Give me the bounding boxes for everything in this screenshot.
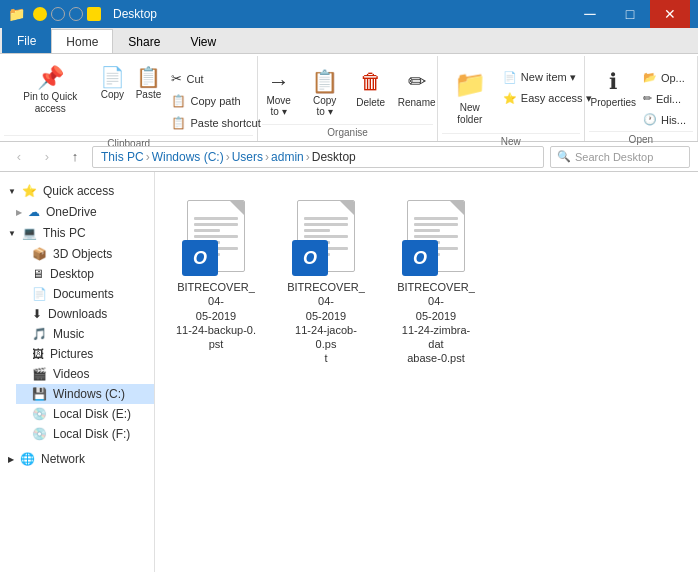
new-item-icon: 📄 — [503, 71, 517, 84]
move-label: Move — [266, 95, 290, 106]
downloads-icon: ⬇ — [32, 307, 42, 321]
restore-button[interactable]: □ — [610, 0, 650, 28]
paste-label: Paste — [136, 89, 162, 100]
copy-to-button[interactable]: 📋 Copy to ▾ — [303, 64, 347, 122]
history-button[interactable]: 🕐 His... — [638, 110, 691, 129]
title-bar: 📁 Desktop ─ □ ✕ — [0, 0, 698, 28]
path-users[interactable]: Users — [232, 150, 263, 164]
new-folder-icon: 📁 — [454, 69, 486, 100]
ribbon-group-clipboard: 📌 Pin to Quick access 📄 Copy 📋 Paste ✂ C… — [0, 56, 258, 141]
windows-c-icon: 💾 — [32, 387, 47, 401]
documents-icon: 📄 — [32, 287, 47, 301]
pictures-icon: 🖼 — [32, 347, 44, 361]
sidebar-item-local-f[interactable]: 💿 Local Disk (F:) — [16, 424, 154, 444]
copy-label: Copy — [101, 89, 124, 100]
cut-button[interactable]: ✂ Cut — [166, 68, 251, 89]
close-button[interactable]: ✕ — [650, 0, 690, 28]
sidebar-item-pictures[interactable]: 🖼 Pictures — [16, 344, 154, 364]
tab-file[interactable]: File — [2, 27, 51, 53]
quick-access-star[interactable] — [33, 7, 47, 21]
new-item-button[interactable]: 📄 New item ▾ — [498, 68, 597, 87]
delete-button[interactable]: 🗑 Delete — [349, 64, 393, 113]
file-name-0: BITRECOVER_04- 05-2019 11-24-backup-0. p… — [175, 280, 257, 351]
rename-button[interactable]: ✏ Rename — [395, 64, 439, 113]
easy-access-button[interactable]: ⭐ Easy access ▾ — [498, 89, 597, 108]
title-qs[interactable] — [87, 7, 101, 21]
folder-icon-title: 📁 — [8, 6, 25, 22]
path-windows[interactable]: Windows (C:) — [152, 150, 224, 164]
properties-icon: ℹ — [609, 69, 617, 95]
tab-view[interactable]: View — [175, 29, 231, 53]
ribbon: 📌 Pin to Quick access 📄 Copy 📋 Paste ✂ C… — [0, 54, 698, 142]
sidebar-this-pc[interactable]: ▼ 💻 This PC — [0, 222, 154, 244]
sidebar-quick-access[interactable]: ▼ ⭐ Quick access — [0, 180, 154, 202]
new-folder-button[interactable]: 📁 Newfolder — [444, 64, 496, 131]
sidebar-item-music[interactable]: 🎵 Music — [16, 324, 154, 344]
sidebar: ▼ ⭐ Quick access ▶ ☁ OneDrive ▼ 💻 This P… — [0, 172, 155, 572]
sidebar-item-documents[interactable]: 📄 Documents — [16, 284, 154, 304]
open-button[interactable]: 📂 Op... — [638, 68, 691, 87]
ribbon-tabs: File Home Share View — [0, 28, 698, 54]
path-desktop[interactable]: Desktop — [312, 150, 356, 164]
copy-button[interactable]: 📄 Copy — [94, 62, 130, 105]
onedrive-icon: ☁ — [28, 205, 40, 219]
organise-label: Organise — [262, 124, 432, 140]
sidebar-item-videos[interactable]: 🎬 Videos — [16, 364, 154, 384]
copy-path-icon: 📋 — [171, 94, 186, 108]
tab-share[interactable]: Share — [113, 29, 175, 53]
address-path[interactable]: This PC › Windows (C:) › Users › admin ›… — [92, 146, 544, 168]
file-item-2[interactable]: O BITRECOVER_04- 05-2019 11-24-zimbra-da… — [391, 188, 481, 374]
up-button[interactable]: ↑ — [64, 146, 86, 168]
sidebar-item-onedrive[interactable]: ▶ ☁ OneDrive — [0, 202, 154, 222]
paste-icon: 📋 — [136, 67, 161, 87]
titlebar-controls — [33, 7, 101, 21]
network-icon: 🌐 — [20, 452, 35, 466]
sidebar-item-local-e[interactable]: 💿 Local Disk (E:) — [16, 404, 154, 424]
this-pc-icon: 💻 — [22, 226, 37, 240]
file-area: O BITRECOVER_04- 05-2019 11-24-backup-0.… — [155, 172, 698, 572]
edit-button[interactable]: ✏ Edi... — [638, 89, 691, 108]
sidebar-network[interactable]: ▶ 🌐 Network — [0, 448, 154, 470]
sidebar-item-desktop[interactable]: 🖥 Desktop — [16, 264, 154, 284]
title-back[interactable] — [51, 7, 65, 21]
copy-path-button[interactable]: 📋 Copy path — [166, 91, 251, 111]
search-box[interactable]: 🔍 Search Desktop — [550, 146, 690, 168]
path-this-pc[interactable]: This PC — [101, 150, 144, 164]
videos-icon: 🎬 — [32, 367, 47, 381]
forward-button[interactable]: › — [36, 146, 58, 168]
ribbon-group-organise: → Move to ▾ 📋 Copy to ▾ 🗑 Delete ✏ Renam… — [258, 56, 437, 141]
sidebar-item-3d-objects[interactable]: 📦 3D Objects — [16, 244, 154, 264]
desktop-label: Desktop — [50, 267, 94, 281]
this-pc-label: This PC — [43, 226, 86, 240]
file-name-2: BITRECOVER_04- 05-2019 11-24-zimbra-dat … — [395, 280, 477, 366]
sidebar-item-downloads[interactable]: ⬇ Downloads — [16, 304, 154, 324]
window-controls: ─ □ ✕ — [570, 0, 690, 28]
local-e-icon: 💿 — [32, 407, 47, 421]
ribbon-group-new: 📁 Newfolder 📄 New item ▾ ⭐ Easy access ▾… — [438, 56, 585, 141]
open-label: Op... — [661, 72, 685, 84]
title-nav2[interactable] — [69, 7, 83, 21]
desktop-icon: 🖥 — [32, 267, 44, 281]
paste-shortcut-label: Paste shortcut — [190, 117, 260, 129]
file-icon-1: O — [292, 196, 360, 276]
file-item-0[interactable]: O BITRECOVER_04- 05-2019 11-24-backup-0.… — [171, 188, 261, 359]
move-to-button[interactable]: → Move to ▾ — [257, 64, 301, 122]
properties-button[interactable]: ℹ Properties — [591, 64, 636, 114]
local-f-icon: 💿 — [32, 427, 47, 441]
outlook-badge-0: O — [182, 240, 218, 276]
paste-button[interactable]: 📋 Paste — [130, 62, 166, 105]
sidebar-item-windows-c[interactable]: 💾 Windows (C:) — [16, 384, 154, 404]
onedrive-label: OneDrive — [46, 205, 97, 219]
windows-c-label: Windows (C:) — [53, 387, 125, 401]
back-button[interactable]: ‹ — [8, 146, 30, 168]
tab-home[interactable]: Home — [51, 29, 113, 53]
copy-to-label: Copy — [313, 95, 336, 106]
pin-to-quick-access-button[interactable]: 📌 Pin to Quick access — [6, 62, 94, 120]
file-item-1[interactable]: O BITRECOVER_04- 05-2019 11-24-jacob-0.p… — [281, 188, 371, 374]
paste-shortcut-button[interactable]: 📋 Paste shortcut — [166, 113, 251, 133]
path-admin[interactable]: admin — [271, 150, 304, 164]
search-icon: 🔍 — [557, 150, 571, 163]
music-icon: 🎵 — [32, 327, 47, 341]
minimize-button[interactable]: ─ — [570, 0, 610, 28]
documents-label: Documents — [53, 287, 114, 301]
